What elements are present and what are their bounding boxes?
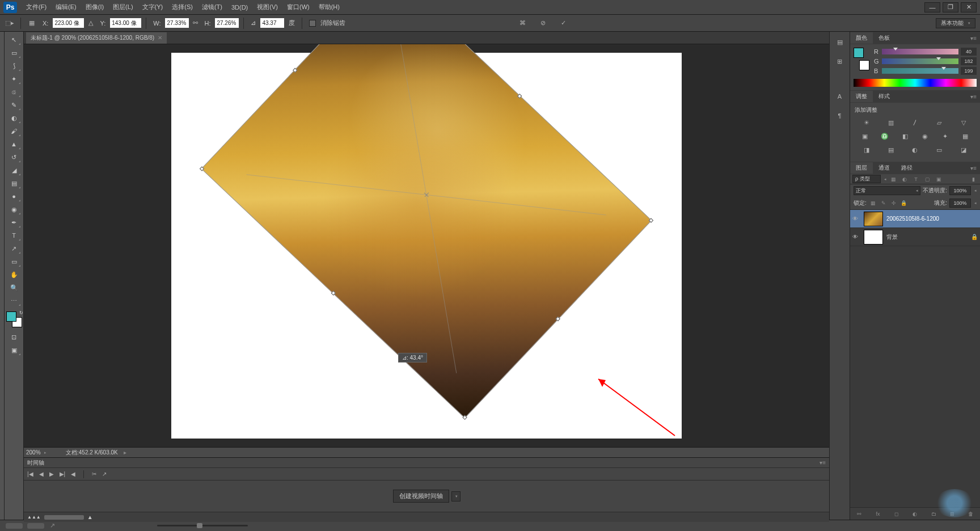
filter-type-select[interactable]: ρ 类型 [852, 175, 881, 183]
gradient-tool[interactable]: ▤ [7, 178, 21, 189]
document-tab[interactable]: 未标题-1 @ 200% (200625105I8-6-1200, RGB/8)… [26, 32, 167, 44]
menu-layer[interactable]: 图层(L) [108, 1, 137, 13]
y-input[interactable] [110, 18, 141, 28]
color-lookup-icon[interactable]: ▦ [960, 131, 971, 141]
create-timeline-dropdown[interactable]: ▾ [451, 491, 461, 502]
zoom-tool[interactable]: 🔍 [7, 282, 21, 293]
handle-top-right[interactable] [649, 218, 653, 222]
balance-icon[interactable]: ♎ [879, 131, 890, 141]
tab-layers[interactable]: 图层 [850, 162, 873, 174]
invert-icon[interactable]: ◨ [861, 145, 872, 155]
restore-button[interactable]: ❐ [943, 2, 958, 12]
gradient-map-icon[interactable]: ▭ [933, 145, 945, 155]
menu-image[interactable]: 图像(I) [81, 1, 108, 13]
layer-row[interactable]: 👁 200625105I8-6-1200 [850, 210, 980, 228]
zoom-level[interactable]: 200%▸ [26, 449, 60, 456]
magic-wand-tool[interactable]: ✦ [7, 73, 21, 85]
shape-tool[interactable]: ▭ [7, 256, 21, 267]
filter-adjust-icon[interactable]: ◐ [900, 175, 909, 183]
menu-type[interactable]: 文字(Y) [138, 1, 168, 13]
handle-bottom-right[interactable] [462, 415, 467, 420]
menu-help[interactable]: 帮助(H) [314, 1, 344, 13]
w-input[interactable] [165, 18, 189, 28]
handle-bottom-left[interactable] [200, 166, 204, 171]
delta-icon[interactable]: △ [86, 19, 95, 27]
new-fill-icon[interactable]: ◐ [910, 510, 919, 518]
tab-close-icon[interactable]: ✕ [158, 35, 162, 41]
filter-smart-icon[interactable]: ▣ [934, 175, 943, 183]
exposure-icon[interactable]: ▱ [933, 117, 945, 128]
brush-tool[interactable]: 🖌 [7, 125, 21, 137]
handle-top-mid[interactable] [517, 94, 522, 98]
timeline-play[interactable]: ▶ [49, 471, 54, 477]
vibrance-icon[interactable]: ▽ [958, 117, 969, 128]
paragraph-panel-icon[interactable]: ¶ [834, 110, 846, 121]
quick-mask-tool[interactable]: ⊡ [7, 331, 21, 343]
tab-paths[interactable]: 路径 [895, 162, 918, 174]
opacity-input[interactable]: 100% [949, 186, 971, 195]
reference-point-icon[interactable]: ▦ [26, 18, 38, 29]
tab-color[interactable]: 颜色 [850, 32, 873, 44]
transform-icon[interactable]: ⬚▸ [3, 18, 16, 29]
r-value[interactable]: 40 [961, 48, 977, 56]
canvas-viewport[interactable]: ⊿: 43.4° [24, 44, 829, 447]
menu-filter[interactable]: 滤镜(T) [197, 1, 227, 13]
fill-input[interactable]: 100% [949, 199, 971, 208]
hand-tool[interactable]: ✋ [7, 269, 21, 280]
create-video-timeline-button[interactable]: 创建视频时间轴 [393, 490, 449, 503]
b-value[interactable]: 199 [961, 67, 977, 75]
layer-thumbnail[interactable] [864, 230, 883, 245]
edit-toolbar[interactable]: ⋯ [7, 295, 21, 306]
layer-row[interactable]: 👁 背景 🔒 [850, 228, 980, 246]
healing-brush-tool[interactable]: ◐ [7, 112, 21, 124]
workspace-selector[interactable]: 基本功能▾ [936, 18, 975, 28]
curves-icon[interactable]: 〳 [909, 117, 920, 128]
history-panel-icon[interactable]: ▤ [834, 36, 846, 48]
bw-icon[interactable]: ◧ [899, 131, 911, 141]
lasso-tool[interactable]: ⟆ [7, 60, 21, 71]
posterize-icon[interactable]: ▤ [885, 145, 897, 155]
angle-input[interactable] [260, 18, 284, 28]
channel-mixer-icon[interactable]: ✦ [940, 131, 951, 141]
levels-icon[interactable]: ▥ [885, 117, 897, 128]
history-brush-tool[interactable]: ↺ [7, 151, 21, 163]
threshold-icon[interactable]: ◐ [909, 145, 920, 155]
layer-name[interactable]: 背景 [886, 233, 898, 241]
g-slider[interactable] [882, 58, 958, 64]
x-input[interactable] [53, 18, 84, 28]
color-panel-menu-icon[interactable]: ▾≡ [967, 35, 980, 41]
tab-swatches[interactable]: 色板 [873, 32, 895, 44]
timeline-prev-frame[interactable]: ◀ [39, 471, 44, 477]
hue-icon[interactable]: ▣ [859, 131, 871, 141]
minimize-button[interactable]: — [924, 2, 940, 12]
cancel-transform-icon[interactable]: ⊘ [537, 18, 549, 29]
visibility-icon[interactable]: 👁 [852, 216, 860, 222]
warp-mode-icon[interactable]: ⌘ [516, 18, 529, 29]
g-value[interactable]: 182 [961, 57, 977, 65]
lock-pixels-icon[interactable]: ✎ [879, 199, 888, 207]
path-select-tool[interactable]: ↗ [7, 243, 21, 254]
doc-size-info[interactable]: 文档:452.2 K/603.0K [66, 449, 118, 457]
dodge-tool[interactable]: ◉ [7, 204, 21, 215]
marquee-tool[interactable]: ▭ [7, 47, 21, 58]
handle-bottom-mid[interactable] [331, 290, 336, 295]
color-swatches[interactable]: ↻ [6, 311, 22, 327]
r-slider[interactable] [882, 49, 958, 54]
tab-channels[interactable]: 通道 [873, 162, 895, 174]
move-tool[interactable]: ↖ [7, 34, 21, 45]
mini-bridge-icon-2[interactable] [27, 523, 44, 529]
lock-all-icon[interactable]: 🔒 [899, 199, 909, 207]
eyedropper-tool[interactable]: ✎ [7, 99, 21, 111]
stamp-tool[interactable]: ▲ [7, 138, 21, 150]
menu-edit[interactable]: 编辑(E) [51, 1, 81, 13]
b-slider[interactable] [882, 68, 958, 74]
menu-select[interactable]: 选择(S) [167, 1, 197, 13]
character-panel-icon[interactable]: A [834, 91, 846, 102]
photo-filter-icon[interactable]: ◉ [919, 131, 931, 141]
blur-tool[interactable]: ● [7, 191, 21, 202]
h-input[interactable] [215, 18, 239, 28]
menu-window[interactable]: 窗口(W) [282, 1, 314, 13]
transform-center[interactable] [423, 191, 430, 199]
new-group-icon[interactable]: 🗀 [929, 510, 938, 518]
tab-styles[interactable]: 样式 [873, 91, 895, 102]
